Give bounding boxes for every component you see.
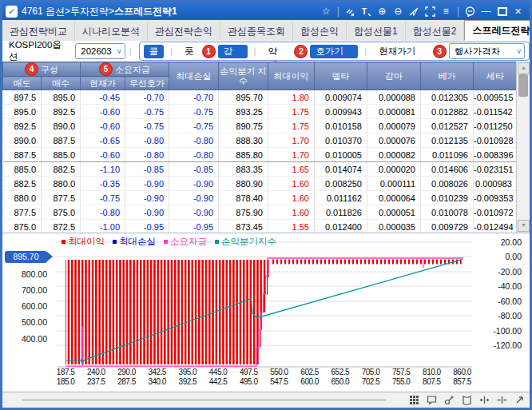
legend-item[interactable]: 손익분기지수 (215, 236, 276, 248)
bull-button[interactable]: 강세 (218, 45, 248, 58)
cell: -0.65 (81, 133, 125, 148)
step2-badge: 2 (294, 45, 308, 58)
scroll-down-arrow[interactable]: ▼ (518, 220, 530, 232)
cell: -0.45 (81, 90, 125, 105)
text-size-icon[interactable]: T (361, 6, 371, 17)
table-scrollbar[interactable]: ▲ ▼ (516, 62, 530, 233)
link-off-icon[interactable] (345, 6, 355, 17)
table-row[interactable]: 880.0877.5-0.75-0.90-0.90878.401.600.011… (3, 191, 518, 205)
app-window: ✓ 4761 옵션>투자전략>스프레드전략1 ☆ | T ⊕ ⊖ ≡ | — ×… (0, 0, 532, 410)
minimize-icon[interactable]: — (481, 6, 491, 17)
tab-3[interactable]: 관심전략손익 (148, 22, 220, 41)
tab-1[interactable]: 관심전략비교 (2, 22, 75, 41)
save-icon[interactable] (461, 394, 472, 405)
y-left-label: 700.00 (4, 285, 47, 295)
col-header-buy[interactable]: 매수 (42, 77, 81, 90)
table-row[interactable]: 892.5890.0-0.60-0.75-0.75890.751.750.010… (3, 119, 518, 133)
table-row[interactable]: 877.5875.0-0.80-0.90-0.90875.901.600.011… (3, 205, 518, 220)
cell: 880.0 (3, 191, 42, 205)
col-header-max-loss[interactable]: 최대손실 (169, 62, 219, 90)
scroll-up-arrow[interactable]: ▲ (518, 62, 530, 74)
cell: 0.011096 (421, 148, 474, 162)
cell: -0.60 (81, 148, 125, 162)
cell: 0.011826 (315, 205, 367, 220)
legend-label: 손익분기지수 (221, 236, 276, 248)
legend-swatch-icon (164, 240, 168, 244)
expiry-select[interactable]: 202603 (75, 43, 125, 59)
cell: -0.023151 (474, 162, 518, 177)
comment-icon[interactable] (426, 394, 437, 405)
payoff-chart-area: 최대이익최대손실소요자금손익분기지수 895.70 800.00700.0060… (2, 233, 530, 392)
strike-step-select[interactable]: 행사가격차X1 (449, 43, 525, 59)
cell: 1.60 (268, 191, 315, 205)
table-row[interactable]: 890.0887.5-0.65-0.80-0.80888.301.700.010… (3, 133, 518, 148)
col-header-current-price[interactable]: 현재가 (81, 77, 125, 90)
tab-5[interactable]: 합성손익 (293, 22, 347, 41)
center-horizontal-icon[interactable] (478, 394, 490, 405)
col-header-gamma[interactable]: 감마 (367, 62, 421, 90)
cell: -0.012494 (474, 220, 518, 234)
cell: 892.5 (3, 119, 42, 133)
table-row[interactable]: 882.5880.0-0.35-0.90-0.90880.901.600.008… (3, 177, 518, 191)
cell: 0.000983 (474, 177, 518, 191)
legend-swatch-icon (215, 240, 219, 244)
current-price-basis-button[interactable]: 현재가기준 (373, 45, 430, 58)
tab-6[interactable]: 합성선물1 (347, 22, 406, 41)
put-button[interactable]: 풋 (179, 45, 200, 58)
legend-item[interactable]: 최대이익 (62, 236, 105, 248)
center-vertical-icon[interactable] (496, 394, 507, 405)
table-row[interactable]: 895.0892.5-0.60-0.75-0.75893.251.750.009… (3, 105, 518, 119)
cell: 873.45 (219, 220, 268, 234)
tab-2[interactable]: 시나리오분석 (75, 22, 148, 41)
splitter-handle[interactable] (22, 400, 386, 400)
zoom-out-icon[interactable]: ⊖ (393, 6, 403, 17)
col-header-theta[interactable]: 세타 (474, 62, 518, 90)
legend-item[interactable]: 최대손실 (113, 236, 156, 248)
bear-button[interactable]: 약세 (263, 45, 292, 58)
col-header-best-quote[interactable]: 우선호가 (125, 77, 169, 90)
col-header-sell[interactable]: 매도 (3, 77, 42, 90)
cell: -0.010928 (474, 133, 518, 148)
scrollbar-thumb[interactable] (518, 74, 528, 97)
cell: 0.000088 (367, 90, 421, 105)
tab-4[interactable]: 관심종목조회 (220, 22, 293, 41)
dots-grid-icon[interactable] (408, 394, 419, 405)
tab-7[interactable]: 합성선물2 (406, 22, 465, 41)
x-axis-label: 442.5 (203, 377, 233, 386)
col-header-vega[interactable]: 베가 (421, 62, 474, 90)
cell: -0.80 (81, 205, 125, 220)
cell: -0.90 (125, 205, 169, 220)
col-header-max-profit[interactable]: 최대이익 (268, 62, 315, 90)
favorite-star-icon[interactable]: ☆ (321, 6, 332, 17)
close-icon[interactable]: × (513, 6, 523, 17)
send-icon[interactable] (409, 6, 419, 17)
cell: 1.60 (268, 177, 315, 191)
cell: 0.000081 (367, 105, 421, 119)
cell: 0.000079 (367, 119, 421, 133)
x-axis-label: 185.0 (50, 377, 81, 386)
tool-icon[interactable] (443, 394, 455, 405)
cell: -0.95 (169, 220, 219, 234)
y-right-label: -40.00 (475, 281, 522, 291)
menu-list-icon[interactable]: ≡ (441, 6, 451, 17)
x-axis-label: 857.5 (447, 377, 477, 386)
chat-icon[interactable] (465, 6, 475, 17)
quote-basis-button[interactable]: 호가기준 (310, 45, 358, 58)
table-row[interactable]: 875.0872.5-1.00-0.95-0.95873.451.550.012… (3, 220, 518, 234)
col-header-delta[interactable]: 델타 (315, 62, 367, 90)
table-row[interactable]: 887.5885.0-0.60-0.80-0.80885.801.700.010… (3, 148, 518, 162)
title-bar: ✓ 4761 옵션>투자전략>스프레드전략1 ☆ | T ⊕ ⊖ ≡ | — × (2, 2, 530, 20)
fullscreen-icon[interactable] (425, 6, 435, 17)
col-header-breakeven[interactable]: 손익분기 지수 (219, 62, 268, 90)
y-right-label: 20.00 (475, 237, 522, 247)
zoom-in-icon[interactable]: ⊕ (377, 6, 387, 17)
table-row[interactable]: 885.0882.5-1.10-0.85-0.85883.351.650.014… (3, 162, 518, 177)
maximize-icon[interactable] (497, 6, 507, 17)
call-button[interactable]: 콜 (144, 45, 165, 58)
resize-diagonal-icon[interactable] (514, 394, 525, 405)
legend-item[interactable]: 소요자금 (164, 236, 207, 248)
cell: 0.012527 (421, 119, 474, 133)
table-row[interactable]: 897.5895.0-0.45-0.70-0.70895.701.800.009… (3, 90, 518, 105)
tab-8[interactable]: 스프레드전략1 (464, 20, 532, 41)
cell: 885.0 (3, 162, 42, 177)
